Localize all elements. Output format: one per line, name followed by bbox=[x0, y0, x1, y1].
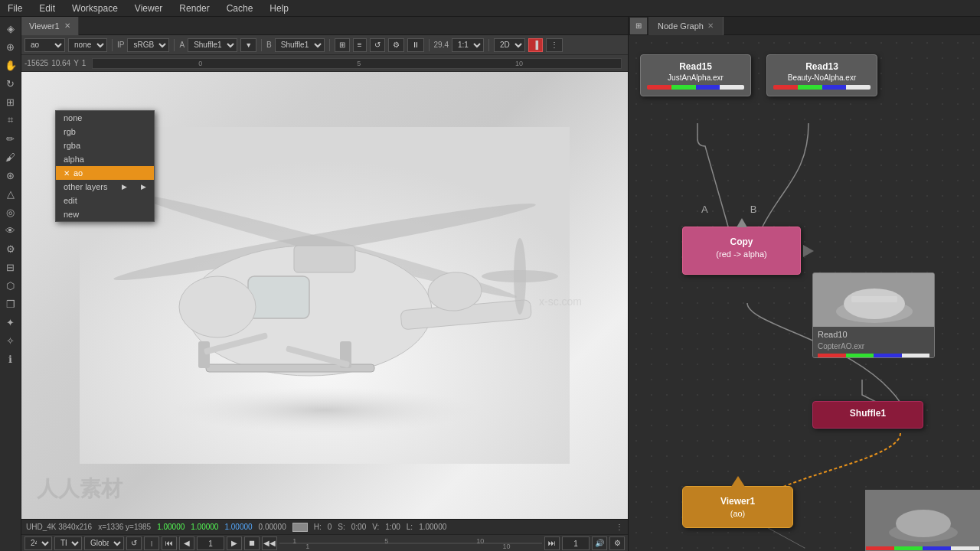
zoom-select[interactable]: 1:1 2:1 1:2 bbox=[452, 38, 484, 52]
settings-icon[interactable]: ⚙ bbox=[2, 240, 19, 257]
paint-icon[interactable]: ✏ bbox=[2, 130, 19, 147]
viewer-tab[interactable]: Viewer1 ✕ bbox=[21, 17, 79, 35]
svg-point-19 bbox=[844, 289, 905, 319]
menu-file[interactable]: File bbox=[5, 3, 25, 14]
menu-help[interactable]: Help bbox=[266, 3, 292, 14]
tf-select[interactable]: TF bbox=[54, 536, 82, 550]
l-value: 1.00000 bbox=[419, 523, 446, 531]
colorspace-select[interactable]: sRGB linear bbox=[127, 38, 169, 52]
audio-btn[interactable]: 🔊 bbox=[592, 536, 607, 550]
node-b-select[interactable]: Shuffle1 bbox=[275, 38, 325, 52]
dropdown-new[interactable]: new bbox=[56, 207, 154, 221]
info-icon[interactable]: ℹ bbox=[2, 350, 19, 367]
node-graph-tab[interactable]: Node Graph ✕ bbox=[648, 17, 724, 35]
warp-icon[interactable]: ⌗ bbox=[2, 112, 19, 129]
shape-icon[interactable]: △ bbox=[2, 185, 19, 202]
divider5 bbox=[429, 39, 430, 51]
dropdown-none[interactable]: none bbox=[56, 111, 154, 125]
dropdown-edit[interactable]: edit bbox=[56, 194, 154, 207]
3d-icon[interactable]: ❒ bbox=[2, 295, 19, 312]
frame-number[interactable]: 1 bbox=[197, 536, 224, 550]
gear-icon[interactable]: ✧ bbox=[2, 332, 19, 349]
dropdown-ao-label: ao bbox=[74, 168, 83, 178]
node-copy[interactable]: Copy (red -> alpha) bbox=[682, 227, 801, 275]
dropdown-rgba[interactable]: rgba bbox=[56, 139, 154, 152]
particles-icon[interactable]: ✦ bbox=[2, 314, 19, 331]
menu-workspace[interactable]: Workspace bbox=[69, 3, 121, 14]
skip-end-btn[interactable]: ⏭ bbox=[544, 536, 560, 550]
stop-btn[interactable]: ⏹ bbox=[244, 536, 260, 550]
play-btn[interactable]: ▶ bbox=[227, 536, 242, 550]
settings-play-btn[interactable]: ⚙ bbox=[609, 536, 625, 550]
playback-timeline[interactable]: 1 1 5 10 10 bbox=[279, 536, 542, 550]
viewer-icon-3[interactable]: ↺ bbox=[370, 38, 385, 52]
color-picker-btn[interactable]: ▐ bbox=[528, 38, 543, 52]
view-mode-select[interactable]: 2D 3D bbox=[494, 38, 525, 52]
viewport[interactable]: 人人素材 x-sc.com none rgb rgba alpha ✕ bbox=[21, 72, 628, 519]
menu-cache[interactable]: Cache bbox=[224, 3, 256, 14]
dropdown-alpha[interactable]: alpha bbox=[56, 152, 154, 166]
dropdown-rgb[interactable]: rgb bbox=[56, 125, 154, 139]
v-label: V: bbox=[372, 523, 379, 531]
divider-btn[interactable]: | bbox=[144, 536, 159, 550]
hand-icon[interactable]: ✋ bbox=[2, 57, 19, 73]
channel-b-select[interactable]: none ao rgb bbox=[68, 38, 107, 52]
thumb-br-colorbar bbox=[866, 546, 979, 550]
rotate-icon[interactable]: ↻ bbox=[2, 75, 19, 92]
channel-a-select[interactable]: ao none rgb alpha bbox=[24, 38, 65, 52]
viewer-icon-1[interactable]: ⊞ bbox=[335, 38, 350, 52]
divider2 bbox=[174, 39, 175, 51]
dropdown-other-layers[interactable]: other layers ▶ bbox=[56, 180, 154, 194]
viewer1-input-port bbox=[731, 476, 745, 487]
global-select[interactable]: Global bbox=[84, 536, 124, 550]
brush-icon[interactable]: 🖌 bbox=[2, 148, 19, 165]
menu-viewer[interactable]: Viewer bbox=[132, 3, 165, 14]
layers-icon[interactable]: ⊟ bbox=[2, 259, 19, 276]
node-graph-canvas[interactable]: Read15 JustAnAlpha.exr Read13 Beauty-NoA… bbox=[629, 35, 980, 551]
viewer-icon-4[interactable]: ⚙ bbox=[388, 38, 404, 52]
node-graph-close[interactable]: ✕ bbox=[707, 21, 714, 30]
loop-frame[interactable]: 1 bbox=[562, 536, 590, 550]
node-thumb-bottom-right[interactable] bbox=[865, 490, 980, 551]
skip-start-btn[interactable]: ⏮ bbox=[162, 536, 177, 550]
copy-b-label: B bbox=[750, 204, 757, 215]
clone-icon[interactable]: ⊛ bbox=[2, 167, 19, 184]
refresh-btn[interactable]: ↺ bbox=[126, 536, 142, 550]
crop-icon[interactable]: ⊞ bbox=[2, 93, 19, 110]
viewer-options-btn[interactable]: ⋮ bbox=[546, 38, 563, 52]
a-value: 0.00000 bbox=[259, 523, 286, 531]
viewer-tab-bar: Viewer1 ✕ bbox=[21, 17, 628, 35]
eye-icon[interactable]: 👁 bbox=[2, 222, 19, 239]
viewer-icon-5[interactable]: ⏸ bbox=[407, 38, 424, 52]
dropdown-ao[interactable]: ✕ ao bbox=[56, 166, 154, 180]
panel-grid-icon[interactable]: ⊞ bbox=[630, 18, 647, 34]
pointer-icon[interactable]: ◈ bbox=[2, 20, 19, 37]
channel-dropdown: none rgb rgba alpha ✕ ao other layers ▶ bbox=[55, 110, 155, 222]
viewer-area: Viewer1 ✕ ao none rgb alpha none ao rgb … bbox=[21, 17, 628, 551]
node-read13[interactable]: Read13 Beauty-NoAlpha.exr bbox=[766, 54, 877, 96]
viewer-controls: ao none rgb alpha none ao rgb IP sRGB li… bbox=[21, 35, 628, 55]
node-a-select[interactable]: Shuffle1 bbox=[188, 38, 237, 52]
fps-select[interactable]: 24*2530 bbox=[24, 536, 52, 550]
panel-tab-bar: ⊞ Node Graph ✕ bbox=[629, 17, 980, 35]
expand-btn[interactable]: ⋮ bbox=[616, 523, 623, 531]
menu-edit[interactable]: Edit bbox=[36, 3, 58, 14]
r-value: 1.00000 bbox=[157, 523, 185, 531]
node-viewer1[interactable]: Viewer1 (ao) bbox=[682, 486, 793, 528]
tick-1b: 1 bbox=[305, 543, 309, 550]
node-thumb-copter[interactable]: Read10 CopterAO.exr bbox=[812, 272, 935, 358]
left-toolbar: ◈ ⊕ ✋ ↻ ⊞ ⌗ ✏ 🖌 ⊛ △ ◎ 👁 ⚙ ⊟ ⬡ ❒ ✦ ✧ ℹ bbox=[0, 17, 21, 551]
prev-frame-btn[interactable]: ◀ bbox=[179, 536, 194, 550]
node-shuffle1[interactable]: Shuffle1 bbox=[812, 401, 923, 429]
viewer-icon-2[interactable]: ≡ bbox=[353, 38, 367, 52]
node-a-arrow[interactable]: ▼ bbox=[240, 38, 256, 52]
close-icon[interactable]: ✕ bbox=[64, 21, 70, 30]
node-icon[interactable]: ⬡ bbox=[2, 277, 19, 294]
resolution-label: UHD_4K 3840x216 bbox=[26, 523, 92, 531]
zoom-icon[interactable]: ⊕ bbox=[2, 38, 19, 55]
play-back-btn[interactable]: ◀◀ bbox=[262, 536, 277, 550]
node-read15[interactable]: Read15 JustAnAlpha.exr bbox=[640, 54, 751, 96]
mask-icon[interactable]: ◎ bbox=[2, 204, 19, 220]
frame-start-label: -15625 bbox=[24, 59, 48, 67]
menu-render[interactable]: Render bbox=[176, 3, 212, 14]
